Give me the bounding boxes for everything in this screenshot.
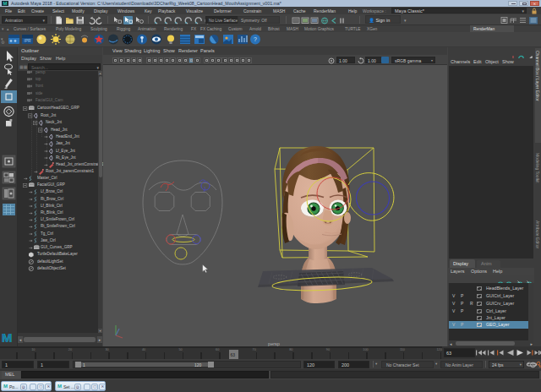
svg-text:IPR: IPR (24, 38, 31, 43)
svg-text:M: M (1, 330, 12, 345)
svg-text:?: ? (254, 36, 257, 42)
